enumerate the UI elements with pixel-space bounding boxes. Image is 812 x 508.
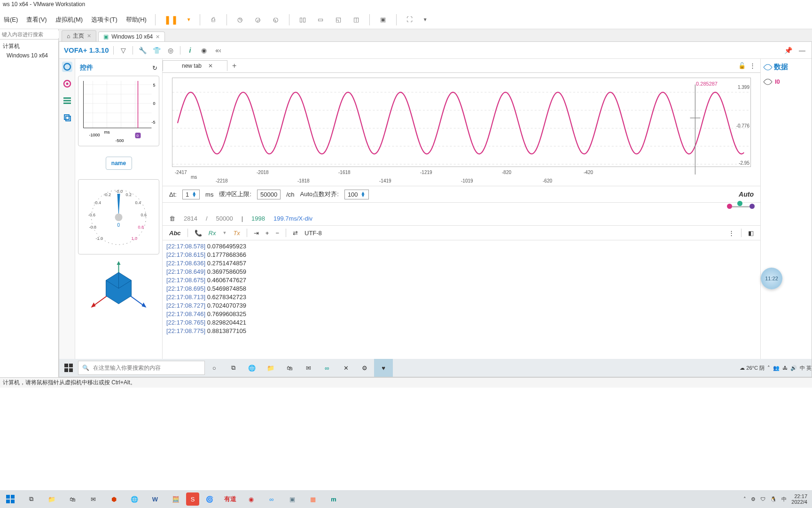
wifi-icon[interactable]: 🖧	[782, 365, 788, 371]
clock-icon[interactable]: ◷	[235, 15, 245, 24]
tray-icon[interactable]: 🛡	[760, 496, 765, 502]
target-icon[interactable]: ◎	[166, 47, 175, 54]
explorer-icon[interactable]: 📁	[261, 359, 280, 377]
add-tab-button[interactable]: +	[227, 60, 241, 72]
arduino-icon[interactable]: ∞	[318, 359, 336, 377]
taskview-icon[interactable]: ⧉	[21, 490, 41, 508]
view-multi-icon[interactable]: ◫	[351, 15, 361, 24]
weather-widget[interactable]: ☁ 26°C 阴	[740, 365, 765, 372]
snapshot-icon[interactable]: ◶	[253, 15, 263, 24]
lock-icon[interactable]: 🔓	[738, 62, 746, 69]
edge-icon[interactable]: 🌐	[124, 490, 145, 508]
host-time[interactable]: 22:17	[791, 493, 807, 499]
app-icon[interactable]: ◉	[241, 490, 261, 508]
tree-vm-item[interactable]: Windows 10 x64	[3, 51, 55, 60]
chevron-up-icon[interactable]: ˄	[767, 365, 770, 371]
close-icon[interactable]: ✕	[208, 63, 213, 69]
volume-icon[interactable]: 🔊	[790, 365, 797, 371]
view-split-icon[interactable]: ▯▯	[298, 15, 307, 24]
youdao-icon[interactable]: 有道	[220, 490, 241, 508]
view-single-icon[interactable]: ▭	[316, 15, 325, 24]
pin-icon[interactable]: 📌	[783, 47, 793, 54]
menu-vm[interactable]: 虚拟机(M)	[55, 16, 83, 24]
plus-icon[interactable]: +	[265, 230, 269, 237]
oscilloscope-plot[interactable]: 0.285287 1.399 -0.776 -2.95 ms -2417-221…	[163, 73, 760, 186]
kebab-icon[interactable]: ⋮	[750, 62, 756, 69]
collapse-icon[interactable]: «‹	[213, 47, 223, 54]
pause-icon[interactable]: ❚❚	[164, 15, 178, 25]
kebab-icon[interactable]: ⋮	[728, 230, 734, 237]
terminal-output[interactable]: [22:17:08.578] 0.0786495923[22:17:08.615…	[163, 240, 760, 361]
fullscreen-icon[interactable]: ⛶	[405, 15, 414, 24]
sogou-icon[interactable]: S	[186, 492, 199, 506]
tray-icon[interactable]: 🐧	[770, 496, 777, 502]
rail-circle-icon[interactable]	[62, 62, 72, 72]
refresh-icon[interactable]: ↻	[152, 64, 157, 71]
screenshot-icon[interactable]: ⎙	[209, 15, 218, 24]
fingerprint-icon[interactable]: ◉	[199, 47, 209, 54]
app-icon[interactable]: 🌀	[199, 490, 220, 508]
calc-icon[interactable]: 🧮	[165, 490, 186, 508]
name-button[interactable]: name	[106, 157, 132, 170]
store-icon[interactable]: 🛍	[62, 490, 83, 508]
abc-toggle[interactable]: Abc	[169, 230, 181, 237]
menu-help[interactable]: 帮助(H)	[126, 16, 147, 24]
gauge-widget[interactable]: -0.0 -0.2 0.2 -0.4 0.4 -0.6 0.6 -0.8 0.8…	[78, 179, 159, 254]
menu-tabs[interactable]: 选项卡(T)	[91, 16, 117, 24]
minimize-icon[interactable]: —	[797, 47, 807, 54]
explorer-icon[interactable]: 📁	[41, 490, 62, 508]
indent-icon[interactable]: ⇥	[254, 230, 259, 237]
app-icon[interactable]: ✕	[336, 359, 355, 377]
baidu-icon[interactable]: ∞	[261, 490, 282, 508]
ime-label[interactable]: 中 英	[800, 365, 812, 372]
triangle-icon[interactable]: ▽	[118, 47, 128, 54]
menu-edit[interactable]: 辑(E)	[4, 16, 18, 24]
rx-toggle[interactable]: Rx	[209, 230, 216, 237]
shuffle-icon[interactable]: ⇄	[293, 230, 298, 237]
mini-scope[interactable]: 5 0 -5 -1000 -500 ms 0	[78, 76, 159, 146]
taskbar-search[interactable]: 🔍在这里输入你要搜索的内容	[78, 361, 205, 375]
ime-label[interactable]: 中	[781, 496, 787, 503]
zoom-slider[interactable]	[163, 203, 760, 211]
meet-icon[interactable]: 👥	[773, 365, 780, 371]
app-icon[interactable]: ▦	[303, 490, 323, 508]
tab-vm[interactable]: ▣ Windows 10 x64 ✕	[98, 32, 165, 41]
tx-toggle[interactable]: Tx	[233, 230, 240, 237]
eraser-icon[interactable]: ◧	[748, 230, 754, 237]
dropdown-icon[interactable]: ▼	[187, 17, 191, 22]
app-icon[interactable]: ⚙	[355, 359, 374, 377]
edge-icon[interactable]: 🌐	[242, 359, 261, 377]
tab-newtab[interactable]: new tab ✕	[163, 60, 227, 71]
snapshot-mgr-icon[interactable]: ◵	[271, 15, 281, 24]
trash-icon[interactable]: 🗑	[169, 215, 175, 222]
tray-icon[interactable]: ⚙	[751, 496, 756, 502]
close-icon[interactable]: ✕	[156, 34, 160, 40]
mail-icon[interactable]: ✉	[299, 359, 318, 377]
cube-3d-widget[interactable]	[78, 259, 159, 311]
phone-icon[interactable]: 📞	[195, 230, 202, 237]
rail-record-icon[interactable]	[62, 79, 72, 89]
start-button[interactable]	[59, 359, 78, 377]
floating-clock[interactable]: 11:22	[761, 268, 782, 289]
cortana-icon[interactable]: ○	[205, 359, 224, 377]
vmware-icon[interactable]: ▣	[282, 490, 303, 508]
dropdown-icon[interactable]: ▼	[423, 17, 428, 22]
taskview-icon[interactable]: ⧉	[224, 359, 242, 377]
vofa-taskbar-icon[interactable]: ♥	[374, 359, 393, 377]
channel-i0[interactable]: I0	[765, 78, 808, 85]
tab-home[interactable]: ⌂ 主页 ✕	[62, 30, 96, 41]
word-icon[interactable]: W	[145, 490, 165, 508]
store-icon[interactable]: 🛍	[280, 359, 299, 377]
close-icon[interactable]: ✕	[87, 33, 91, 39]
chevron-up-icon[interactable]: ˄	[743, 496, 746, 502]
wrench-icon[interactable]: 🔧	[138, 47, 147, 54]
encoding-label[interactable]: UTF-8	[304, 230, 322, 237]
mail-icon[interactable]: ✉	[83, 490, 103, 508]
menu-view[interactable]: 查看(V)	[26, 16, 47, 24]
start-button[interactable]	[0, 490, 21, 508]
view-fit-icon[interactable]: ◱	[334, 15, 343, 24]
info-icon[interactable]: i	[185, 47, 195, 54]
minus-icon[interactable]: −	[275, 230, 279, 237]
console-icon[interactable]: ▣	[378, 15, 388, 24]
rail-copy-icon[interactable]	[62, 112, 72, 123]
